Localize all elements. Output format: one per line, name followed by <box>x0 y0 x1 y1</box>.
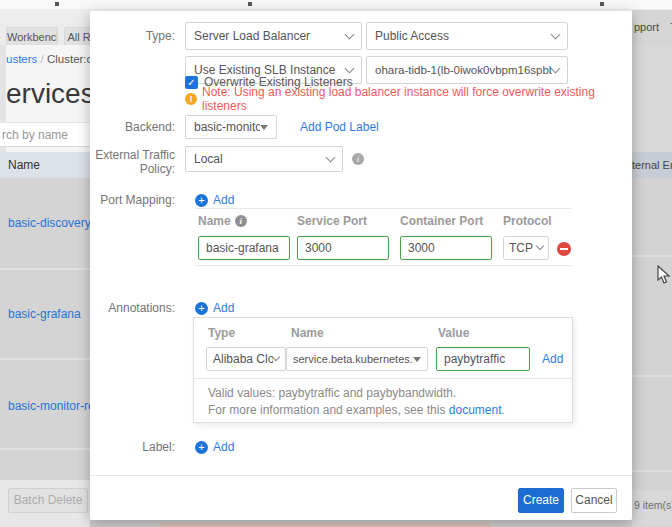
annotations-add-button[interactable]: + Add <box>195 301 234 315</box>
service-link-basic-discovery[interactable]: basic-discovery <box>8 216 90 230</box>
external-traffic-policy-select[interactable]: Local <box>185 146 343 172</box>
port-name-header: Namei <box>198 214 247 228</box>
add-pod-label-link[interactable]: Add Pod Label <box>300 115 379 139</box>
row-divider <box>0 448 90 450</box>
table-bottom-border <box>195 265 571 266</box>
panel-divider <box>194 378 572 379</box>
annotation-add-link[interactable]: Add <box>542 347 563 371</box>
triangle-down-icon <box>260 125 268 130</box>
pagination-text: 9 item(s), Pe <box>634 499 672 513</box>
type-select[interactable]: Server Load Balancer <box>185 22 362 50</box>
create-service-dialog: Type: Server Load Balancer Public Access… <box>90 11 632 520</box>
row-divider <box>632 255 672 257</box>
chevron-down-icon <box>536 242 544 250</box>
chevron-down-icon <box>345 29 355 39</box>
annotation-value-header: Value <box>438 326 469 340</box>
port-name-field <box>198 236 290 260</box>
port-name-input[interactable] <box>198 236 290 260</box>
table-top-border <box>195 208 571 209</box>
info-icon[interactable]: i <box>352 153 364 165</box>
add-circle-icon: + <box>195 302 208 315</box>
delete-port-row-icon[interactable] <box>557 242 571 256</box>
backend-select[interactable]: basic-monitor <box>185 115 277 139</box>
service-link-basic-grafana[interactable]: basic-grafana <box>8 307 90 321</box>
breadcrumb-clusters-link[interactable]: usters <box>6 53 37 65</box>
port-mapping-table: Namei Service Port Container Port Protoc… <box>195 208 571 223</box>
highlighted-row-fragment <box>160 523 490 527</box>
overwrite-listeners-checkbox[interactable]: ✓ <box>185 76 198 89</box>
console-toolbar-right: pport Tic <box>632 10 672 45</box>
annotation-type-select[interactable]: Alibaba Cloud . <box>206 347 286 371</box>
page-title: ervices <box>6 78 90 112</box>
table-header-external-endpoint: ternal Endp <box>632 152 672 178</box>
backend-label: Backend: <box>90 115 175 139</box>
document-link[interactable]: document <box>449 403 502 417</box>
row-divider <box>632 375 672 377</box>
container-port-header: Container Port <box>400 214 483 228</box>
container-port-input[interactable] <box>400 236 492 260</box>
row-divider <box>0 358 90 360</box>
tickets-link[interactable]: Tic <box>662 21 672 33</box>
console-toolbar: Workbench All R <box>0 10 90 45</box>
support-link[interactable]: pport <box>632 21 659 33</box>
breadcrumb-cluster: Cluster:ohara-t <box>47 53 90 65</box>
chevron-down-icon <box>272 353 280 361</box>
breadcrumb-separator: / <box>41 53 44 65</box>
table-header-name: Name <box>0 152 90 178</box>
annotations-help-2: For more information and examples, see t… <box>208 403 505 417</box>
window-control-dot <box>600 2 604 6</box>
access-select[interactable]: Public Access <box>366 22 568 50</box>
services-table-right <box>632 178 672 490</box>
add-circle-icon: + <box>195 194 208 207</box>
service-port-input[interactable] <box>297 236 389 260</box>
batch-delete-button[interactable]: Batch Delete <box>8 488 88 513</box>
add-circle-icon: + <box>195 441 208 454</box>
container-port-field <box>400 236 492 260</box>
chevron-down-icon <box>551 29 561 39</box>
breadcrumb: usters / Cluster:ohara-t <box>6 53 90 67</box>
chevron-down-icon <box>326 152 336 162</box>
window-control-dot <box>248 2 252 6</box>
annotation-value-input[interactable] <box>436 347 530 371</box>
chevron-down-icon <box>551 63 561 73</box>
port-mapping-label: Port Mapping: <box>90 193 175 207</box>
search-input[interactable]: rch by name <box>0 122 90 147</box>
annotations-label: Annotations: <box>90 301 175 315</box>
create-button[interactable]: Create <box>518 488 564 513</box>
row-divider <box>632 470 672 472</box>
annotation-name-select[interactable]: service.beta.kubernetes.io/alib... <box>286 347 428 371</box>
service-port-field <box>297 236 389 260</box>
window-control-dot <box>55 2 59 6</box>
annotations-panel: Type Name Value Alibaba Cloud . service.… <box>193 317 573 423</box>
info-icon[interactable]: i <box>235 215 247 227</box>
label-section-label: Label: <box>90 440 175 454</box>
label-add-button[interactable]: + Add <box>195 440 234 454</box>
triangle-down-icon <box>413 357 421 362</box>
service-link-basic-monitor-reloader[interactable]: basic-monitor-reloader <box>8 399 90 413</box>
port-mapping-add-button[interactable]: + Add <box>195 193 234 207</box>
chevron-down-icon <box>345 63 355 73</box>
annotation-type-header: Type <box>208 326 235 340</box>
type-label: Type: <box>90 22 175 50</box>
cancel-button[interactable]: Cancel <box>571 488 617 513</box>
external-traffic-policy-label: External Traffic Policy: <box>90 148 175 176</box>
slb-instance-select[interactable]: ohara-tidb-1(lb-0iwok0vbpm16spbb1cyrk) <box>366 56 568 84</box>
protocol-header: Protocol <box>503 214 552 228</box>
browser-top-strip <box>0 0 672 10</box>
warning-icon: ! <box>185 93 197 105</box>
annotation-value-field <box>436 347 530 371</box>
note-message: ! Note: Using an existing load balancer … <box>185 92 632 105</box>
annotations-help-1: Valid values: paybytraffic and paybyband… <box>208 386 456 400</box>
service-port-header: Service Port <box>297 214 367 228</box>
protocol-select[interactable]: TCP <box>503 236 549 260</box>
row-divider <box>0 268 90 270</box>
annotation-name-header: Name <box>291 326 324 340</box>
footer-divider <box>90 475 632 476</box>
